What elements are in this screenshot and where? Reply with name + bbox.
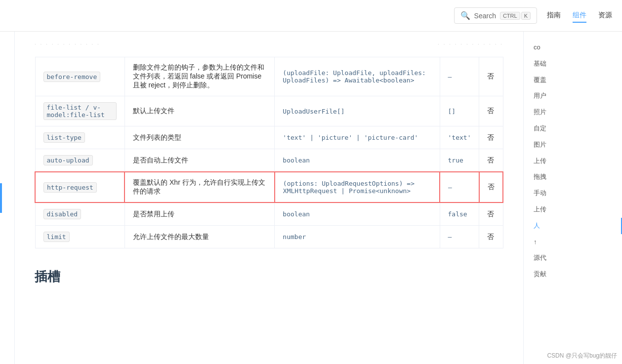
kbd-k: K — [521, 12, 531, 20]
sidebar-item[interactable]: co — [524, 40, 622, 56]
prop-name-tag: list-type — [43, 132, 85, 143]
sidebar-item[interactable]: 自定 — [524, 121, 622, 137]
left-panel — [0, 32, 15, 364]
default-cell: — — [440, 57, 479, 96]
required-cell: 否 — [479, 96, 503, 126]
sidebar-item[interactable]: 照片 — [524, 104, 622, 121]
table-row: auto-upload是否自动上传文件booleantrue否 — [35, 149, 503, 172]
sidebar-item[interactable]: 源代 — [524, 250, 622, 266]
watermark: CSDN @只会写bug的靓仔 — [547, 352, 617, 360]
search-shortcut: CTRL K — [500, 12, 531, 20]
table-row: file-list / v-model:file-list默认上传文件Uploa… — [35, 96, 503, 126]
table-row: list-type文件列表的类型'text' | 'picture' | 'pi… — [35, 126, 503, 149]
required-cell: 否 — [479, 202, 503, 226]
sidebar-item[interactable]: 上传 — [524, 153, 622, 169]
nav-components[interactable]: 组件 — [573, 9, 586, 23]
default-cell: [] — [440, 96, 479, 126]
table-row: limit允许上传文件的最大数量number—否 — [35, 226, 503, 248]
sidebar-item[interactable]: 基础 — [524, 56, 622, 72]
section-heading: 插槽 — [35, 268, 503, 285]
type-cell: 'text' | 'picture' | 'picture-card' — [275, 126, 440, 149]
search-label: Search — [474, 12, 496, 20]
type-cell: boolean — [275, 202, 440, 226]
sidebar-item[interactable]: 用户 — [524, 88, 622, 104]
content-area: · · · · · · · · · · · · · · · · · · · · … — [15, 32, 523, 364]
prop-name-tag: http-request — [43, 182, 97, 193]
type-cell: (options: UploadRequestOptions) => XMLHt… — [275, 172, 440, 202]
type-cell: number — [275, 226, 440, 248]
table-row: before-remove删除文件之前的钩子，参数为上传的文件和文件列表，若返回… — [35, 57, 503, 96]
nav-guide[interactable]: 指南 — [547, 9, 561, 23]
param-cell: http-request — [35, 172, 124, 202]
sidebar-item[interactable]: ↑ — [524, 234, 622, 250]
sidebar-item[interactable]: 上传 — [524, 202, 622, 218]
main-layout: · · · · · · · · · · · · · · · · · · · · … — [0, 32, 622, 364]
param-cell: file-list / v-model:file-list — [35, 96, 124, 126]
type-cell: UploadUserFile[] — [275, 96, 440, 126]
active-indicator — [0, 183, 2, 213]
desc-cell: 文件列表的类型 — [124, 126, 275, 149]
sidebar-item[interactable]: 贡献 — [524, 266, 622, 283]
param-cell: auto-upload — [35, 149, 124, 172]
table-row: disabled是否禁用上传booleanfalse否 — [35, 202, 503, 226]
table-row: http-request覆盖默认的 Xhr 行为，允许自行实现上传文件的请求(o… — [35, 172, 503, 202]
required-cell: 否 — [479, 172, 503, 202]
nav-links: 指南 组件 资源 — [547, 9, 612, 23]
required-cell: 否 — [479, 57, 503, 96]
required-cell: 否 — [479, 149, 503, 172]
sidebar-item[interactable]: 手动 — [524, 185, 622, 202]
search-icon: 🔍 — [460, 11, 470, 20]
param-cell: limit — [35, 226, 124, 248]
dots-left: · · · · · · · · · · · · — [35, 41, 100, 47]
right-sidebar: co基础覆盖用户照片自定图片上传拖拽手动上传人↑源代贡献 — [523, 32, 622, 364]
default-cell: — — [440, 226, 479, 248]
navbar: 🔍 Search CTRL K 指南 组件 资源 — [0, 0, 622, 32]
prop-name-tag: auto-upload — [43, 155, 93, 165]
kbd-ctrl: CTRL — [500, 12, 520, 20]
default-cell: false — [440, 202, 479, 226]
prop-name-tag: disabled — [43, 209, 82, 219]
sidebar-item[interactable]: 拖拽 — [524, 169, 622, 185]
desc-cell: 是否禁用上传 — [124, 202, 275, 226]
required-cell: 否 — [479, 126, 503, 149]
prop-name-tag: file-list / v-model:file-list — [43, 102, 117, 120]
param-cell: list-type — [35, 126, 124, 149]
desc-cell: 默认上传文件 — [124, 96, 275, 126]
search-bar[interactable]: 🔍 Search CTRL K — [454, 7, 537, 24]
param-cell: before-remove — [35, 57, 124, 96]
type-cell: (uploadFile: UploadFile, uploadFiles: Up… — [275, 57, 440, 96]
dots-right: · · · · · · · · · · · · — [438, 41, 503, 47]
param-cell: disabled — [35, 202, 124, 226]
dots-decoration: · · · · · · · · · · · · · · · · · · · · … — [35, 41, 503, 52]
prop-name-tag: limit — [43, 232, 70, 242]
sidebar-item[interactable]: 图片 — [524, 137, 622, 153]
sidebar-item[interactable]: 覆盖 — [524, 72, 622, 88]
desc-cell: 允许上传文件的最大数量 — [124, 226, 275, 248]
type-cell: boolean — [275, 149, 440, 172]
default-cell: — — [440, 172, 479, 202]
props-table: before-remove删除文件之前的钩子，参数为上传的文件和文件列表，若返回… — [35, 57, 503, 248]
desc-cell: 覆盖默认的 Xhr 行为，允许自行实现上传文件的请求 — [124, 172, 275, 202]
sidebar-item[interactable]: 人 — [524, 218, 622, 234]
desc-cell: 删除文件之前的钩子，参数为上传的文件和文件列表，若返回 false 或者返回 P… — [124, 57, 275, 96]
prop-name-tag: before-remove — [43, 72, 101, 82]
required-cell: 否 — [479, 226, 503, 248]
desc-cell: 是否自动上传文件 — [124, 149, 275, 172]
nav-resources[interactable]: 资源 — [598, 9, 612, 23]
default-cell: true — [440, 149, 479, 172]
default-cell: 'text' — [440, 126, 479, 149]
